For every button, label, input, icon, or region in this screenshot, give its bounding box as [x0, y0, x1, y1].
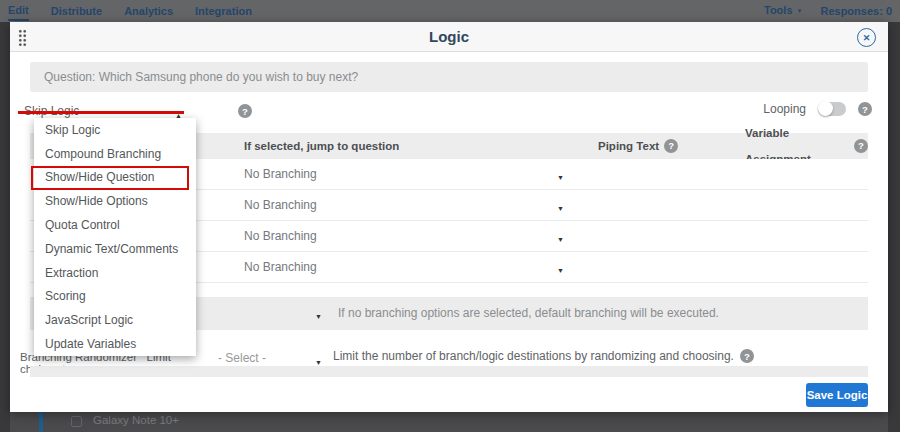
- randomizer-note: Limit the number of branch/logic destina…: [333, 349, 754, 363]
- close-icon[interactable]: [857, 28, 876, 47]
- branching-select-value[interactable]: No Branching: [244, 221, 317, 252]
- branching-select-value[interactable]: No Branching: [244, 190, 317, 221]
- looping-control: Looping: [763, 102, 872, 116]
- menu-item-update-variables[interactable]: Update Variables: [34, 332, 196, 356]
- variable-help-icon[interactable]: [854, 139, 868, 153]
- looping-label: Looping: [763, 102, 806, 116]
- header-variable-assignment: Variable Assignment: [745, 133, 868, 159]
- randomizer-select[interactable]: - Select -: [218, 351, 266, 365]
- overlay-right-edge: [888, 22, 900, 432]
- answer-checkbox: [71, 416, 82, 427]
- logic-type-help-icon[interactable]: [238, 104, 252, 118]
- menu-item-skip-logic[interactable]: Skip Logic: [34, 118, 196, 142]
- top-nav-left: Edit Distribute Analytics Integration: [8, 1, 252, 21]
- chevron-down-icon[interactable]: [557, 159, 564, 193]
- tools-menu[interactable]: Tools: [764, 1, 802, 21]
- header-jump-to-question: If selected, jump to question: [244, 133, 399, 159]
- modal-title: Logic: [10, 22, 888, 52]
- header-piping-text-label: Piping Text: [598, 133, 659, 159]
- responses-count: Responses: 0: [820, 2, 892, 20]
- branching-select-value[interactable]: No Branching: [244, 159, 317, 190]
- nav-tab-edit[interactable]: Edit: [8, 1, 29, 21]
- menu-item-scoring[interactable]: Scoring: [34, 285, 196, 309]
- looping-help-icon[interactable]: [858, 102, 872, 116]
- randomizer-note-text: Limit the number of branch/logic destina…: [333, 349, 734, 363]
- chevron-down-icon[interactable]: [557, 190, 564, 224]
- nav-tab-integration[interactable]: Integration: [195, 2, 252, 20]
- randomizer-help-icon[interactable]: [740, 349, 754, 363]
- top-nav-right: Tools Responses: 0: [764, 1, 892, 21]
- modal-header: Logic: [10, 22, 888, 52]
- overlay-left-edge: [0, 22, 10, 432]
- save-logic-button[interactable]: Save Logic: [806, 383, 868, 407]
- annotation-highlight-box: [31, 166, 189, 190]
- menu-item-quota-control[interactable]: Quota Control: [34, 213, 196, 237]
- default-branching-note: If no branching options are selected, de…: [338, 297, 719, 330]
- annotation-underline: [18, 111, 184, 114]
- piping-help-icon[interactable]: [664, 139, 678, 153]
- menu-item-javascript-logic[interactable]: JavaScript Logic: [34, 308, 196, 332]
- answer-option-label: Galaxy Note 10+: [93, 414, 179, 426]
- nav-tab-analytics[interactable]: Analytics: [124, 2, 173, 20]
- top-nav: Edit Distribute Analytics Integration To…: [0, 0, 900, 22]
- branching-select-value[interactable]: No Branching: [244, 252, 317, 283]
- app-screen: Edit Distribute Analytics Integration To…: [0, 0, 900, 432]
- menu-item-compound-branching[interactable]: Compound Branching: [34, 142, 196, 166]
- menu-item-show-hide-options[interactable]: Show/Hide Options: [34, 189, 196, 213]
- chevron-down-icon[interactable]: [557, 221, 564, 255]
- question-label: Question: Which Samsung phone do you wis…: [30, 62, 868, 92]
- question-accent-bar: [39, 412, 43, 432]
- section-divider: [30, 366, 868, 377]
- looping-toggle[interactable]: [818, 102, 846, 116]
- menu-item-dynamic-text-comments[interactable]: Dynamic Text/Comments: [34, 237, 196, 261]
- chevron-down-icon[interactable]: [315, 297, 322, 333]
- chevron-down-icon[interactable]: [557, 252, 564, 286]
- nav-tab-distribute[interactable]: Distribute: [51, 2, 102, 20]
- header-piping-text: Piping Text: [598, 133, 678, 159]
- menu-item-extraction[interactable]: Extraction: [34, 261, 196, 285]
- logic-type-dropdown-menu: Skip Logic Compound Branching Show/Hide …: [34, 118, 196, 356]
